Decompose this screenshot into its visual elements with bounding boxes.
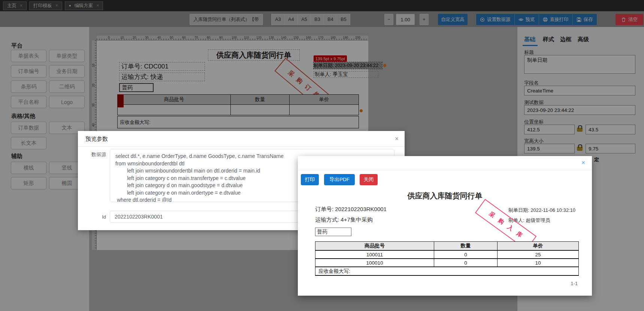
component-button[interactable]: 平台名称 bbox=[11, 96, 46, 108]
amount-caps-element[interactable]: 应收金额大写: bbox=[117, 116, 359, 128]
ruler-label: 100 bbox=[232, 36, 237, 39]
lock-icon[interactable] bbox=[577, 128, 583, 132]
page-indicator: 1-1 bbox=[571, 281, 578, 286]
preview-button[interactable]: 预览 bbox=[514, 14, 539, 25]
print-preview-dialog: × 打印 导出PDF 关闭 供应商入库随货同行单 订单号: 2022102203… bbox=[298, 156, 592, 296]
component-button[interactable]: 长文本 bbox=[11, 137, 46, 149]
size-width-input[interactable]: 139.5 bbox=[524, 144, 575, 153]
section-title-platform: 平台 bbox=[11, 42, 22, 49]
header-cell: 商品批号 bbox=[315, 242, 434, 250]
header-cell: 单价 bbox=[498, 242, 578, 250]
export-pdf-button[interactable]: 导出PDF bbox=[324, 174, 355, 185]
component-button[interactable]: Logo bbox=[49, 96, 85, 108]
toolbar-action-group: 设置数据源 预览 直接打印 保存 bbox=[476, 14, 597, 25]
resize-handle[interactable] bbox=[383, 64, 386, 67]
close-icon[interactable]: × bbox=[395, 135, 399, 142]
ruler-label: 10 bbox=[91, 64, 95, 67]
goods-type-element[interactable]: 普药 bbox=[119, 83, 154, 92]
transport-element[interactable]: 运输方式: 快递 bbox=[119, 73, 205, 81]
close-icon[interactable]: × bbox=[55, 3, 58, 8]
component-button[interactable]: 矩形 bbox=[11, 177, 46, 189]
clear-button[interactable]: 清空 bbox=[616, 14, 643, 25]
tab-border[interactable]: 边框 bbox=[560, 36, 571, 43]
paper-size-button[interactable]: A3 bbox=[271, 14, 285, 25]
paper-size-button[interactable]: A4 bbox=[284, 14, 298, 25]
close-icon[interactable]: × bbox=[20, 3, 22, 8]
amount-caps-row: 应收金额大写: bbox=[315, 267, 578, 275]
title-input[interactable]: 制单日期 bbox=[524, 55, 635, 74]
table-other-items: 订单数据文本长文本 bbox=[11, 122, 86, 149]
detail-table-element[interactable]: 商品批号 数量 单价 bbox=[117, 94, 359, 115]
ruler-label: 130 bbox=[269, 36, 274, 39]
preview-table-header: 商品批号 数量 单价 bbox=[315, 242, 578, 251]
close-icon[interactable]: × bbox=[581, 159, 585, 166]
tab-basic[interactable]: 基础 bbox=[524, 36, 535, 43]
close-button[interactable]: 关闭 bbox=[360, 174, 378, 185]
paper-size-button[interactable]: B5 bbox=[337, 14, 350, 25]
size-tooltip: 139.5pt x 9.75pt bbox=[314, 55, 347, 62]
direct-print-button[interactable]: 直接打印 bbox=[539, 14, 572, 25]
zoom-out-button[interactable]: − bbox=[384, 14, 393, 25]
resize-handle[interactable] bbox=[360, 109, 363, 112]
preview-table: 商品批号 数量 单价 100011 0 25 100010 0 10 bbox=[315, 241, 579, 276]
position-x-input[interactable]: 412.5 bbox=[524, 125, 575, 134]
field-name-input[interactable]: CreateTime bbox=[524, 86, 635, 95]
horizontal-ruler: 0102030405060708090100110120130140150160… bbox=[97, 36, 368, 40]
preview-transport: 运输方式: 4+7集中采购 bbox=[315, 216, 373, 223]
toolbar: 入库随货同行单（列表式）【带 A3A4A5B3B4B5 − 1.00 + 自定义… bbox=[0, 11, 644, 27]
size-height-input[interactable]: 9.75 bbox=[586, 144, 635, 153]
component-button[interactable]: 单据类型 bbox=[49, 50, 85, 62]
top-tab-strip: 主页 × 打印模板 × ● 编辑方案 × bbox=[0, 0, 644, 11]
table-header-cell: 商品批号 bbox=[118, 95, 231, 104]
close-icon[interactable]: × bbox=[96, 3, 99, 8]
test-data-input[interactable]: 2023-09-20 23:44:22 bbox=[524, 105, 635, 115]
platform-items: 单据表头单据类型订单编号业务日期条形码二维码平台名称Logo bbox=[11, 50, 86, 108]
tab-style[interactable]: 样式 bbox=[543, 36, 554, 43]
id-label: Id bbox=[84, 214, 106, 220]
dialog-header: 预览参数 × bbox=[78, 131, 405, 147]
trash-icon bbox=[621, 17, 626, 22]
zoom-value-input[interactable]: 1.00 bbox=[396, 14, 415, 25]
create-date-element-selected[interactable]: 制单日期: 2023-09-20 23:44:22 bbox=[314, 62, 382, 69]
ruler-label: 160 bbox=[306, 36, 311, 39]
paper-size-button[interactable]: A5 bbox=[297, 14, 311, 25]
ruler-label: 70 bbox=[194, 36, 198, 39]
set-datasource-button[interactable]: 设置数据源 bbox=[476, 14, 514, 25]
component-button[interactable]: 单据表头 bbox=[11, 50, 46, 62]
print-button[interactable]: 打印 bbox=[301, 174, 319, 185]
creator-element[interactable]: 制单人: 季玉宝 bbox=[314, 71, 378, 78]
tab-print-template[interactable]: 打印模板 × bbox=[29, 1, 62, 10]
ruler-label: 0 bbox=[108, 36, 110, 39]
zoom-in-button[interactable]: + bbox=[420, 14, 429, 25]
paper-size-button[interactable]: B4 bbox=[324, 14, 337, 25]
ruler-label: 150 bbox=[293, 36, 299, 39]
paper-size-button[interactable]: B3 bbox=[311, 14, 324, 25]
table-drag-handle[interactable] bbox=[117, 94, 124, 107]
position-y-input[interactable]: 43.5 bbox=[586, 125, 635, 134]
component-button[interactable]: 横线 bbox=[11, 162, 46, 174]
table-row: 100010 0 10 bbox=[315, 259, 578, 267]
tab-home[interactable]: 主页 × bbox=[3, 1, 27, 10]
ruler-label: 40 bbox=[157, 36, 161, 39]
order-no-element[interactable]: 订单号: CDC001 bbox=[119, 62, 205, 71]
preview-doc-title: 供应商入库随货同行单 bbox=[298, 191, 592, 201]
tab-edit-scheme-label: 编辑方案 bbox=[74, 3, 93, 9]
custom-size-button[interactable]: 自定义宽高 bbox=[438, 14, 468, 25]
table-header-row: 商品批号 数量 单价 bbox=[117, 94, 359, 105]
component-button[interactable]: 业务日期 bbox=[49, 65, 85, 77]
tab-advanced[interactable]: 高级 bbox=[578, 36, 589, 43]
active-dot-icon: ● bbox=[69, 4, 71, 7]
save-button[interactable]: 保存 bbox=[572, 14, 597, 25]
ruler-label: 30 bbox=[145, 36, 148, 39]
lock-icon[interactable] bbox=[577, 147, 583, 151]
template-name-button[interactable]: 入库随货同行单（列表式）【带 bbox=[190, 14, 263, 25]
ruler-label: 30 bbox=[91, 103, 95, 107]
tab-home-label: 主页 bbox=[7, 3, 16, 9]
component-button[interactable]: 订单编号 bbox=[11, 65, 46, 77]
component-button[interactable]: 二维码 bbox=[49, 80, 85, 93]
eye-icon bbox=[518, 17, 523, 22]
preview-order-no: 订单号: 2022102203RK0001 bbox=[315, 206, 387, 213]
component-button[interactable]: 订单数据 bbox=[11, 122, 46, 134]
tab-edit-scheme[interactable]: ● 编辑方案 × bbox=[65, 1, 103, 10]
component-button[interactable]: 条形码 bbox=[11, 80, 46, 93]
